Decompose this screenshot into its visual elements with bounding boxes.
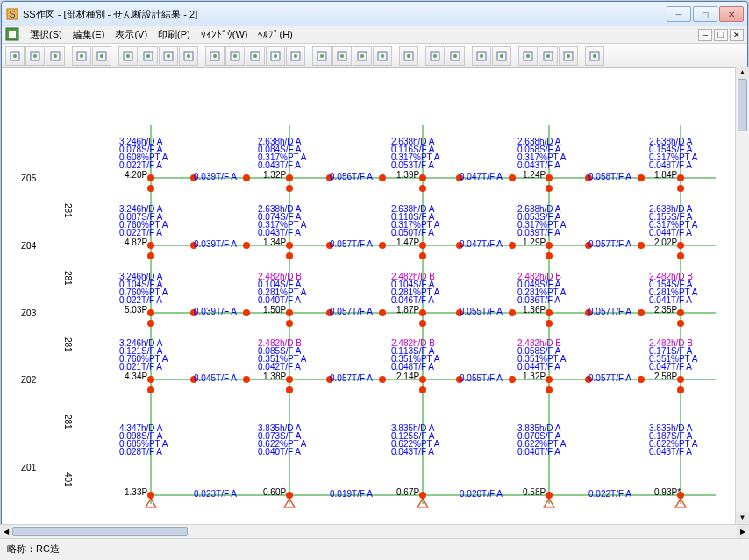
svg-point-107 (286, 320, 293, 327)
tf-value: 0.039T/F A (194, 307, 237, 317)
tf-value: 0.057T/F A (588, 307, 631, 317)
p-value: 1.32P (263, 170, 286, 181)
toolbar-a4-button[interactable] (373, 46, 392, 66)
toolbar-i1-button[interactable] (118, 46, 138, 66)
svg-point-143 (546, 492, 553, 499)
svg-point-55 (567, 54, 570, 58)
menu-p[interactable]: 印刷(P) (153, 27, 196, 41)
toolbar-i2-button[interactable] (139, 46, 158, 66)
svg-point-74 (546, 174, 553, 181)
toolbar-d1-button[interactable] (205, 46, 225, 66)
toolbar-h3-button[interactable] (559, 46, 578, 66)
svg-point-95 (677, 252, 684, 259)
toolbar-i4-button[interactable] (179, 46, 198, 66)
svg-point-31 (294, 54, 297, 58)
toolbar-z1-button[interactable] (399, 46, 418, 66)
svg-text:S: S (9, 9, 15, 19)
block-value: 0.047T/F A (649, 362, 692, 372)
toolbar-h1-button[interactable] (518, 46, 538, 66)
app-icon-small[interactable] (5, 27, 19, 43)
p-value: 0.93P* (654, 487, 681, 498)
svg-point-5 (13, 54, 17, 58)
block-value: 0.043T/F A (649, 447, 692, 457)
mdi-restore-button[interactable]: ❐ (714, 29, 728, 41)
app-icon: S (5, 7, 19, 21)
menu-s[interactable]: 選択(S) (25, 27, 68, 41)
titlebar: S SS作図 - [部材種別 - せん断設計結果 - 2] ─ ◻ ✕ (2, 2, 747, 26)
toolbar-layers2-button[interactable] (46, 46, 65, 66)
block-value: 0.043T/F A (391, 447, 434, 457)
mdi-close-button[interactable]: ✕ (730, 29, 744, 41)
statusbar: 略称：RC造 (0, 538, 749, 560)
mdi-minimize-button[interactable]: ─ (698, 29, 712, 41)
toolbar-d4-button[interactable] (266, 46, 285, 66)
svg-point-117 (379, 309, 386, 316)
svg-point-37 (360, 54, 364, 58)
tf-value: 0.057T/F A (588, 373, 631, 384)
tf-value: 0.057T/F A (588, 239, 631, 250)
tf-value: 0.045T/F A (194, 373, 237, 384)
toolbar-a3-button[interactable] (353, 46, 372, 66)
z-label: Z02 (21, 375, 36, 386)
tf-value: 0.055T/F A (460, 307, 503, 317)
svg-point-131 (677, 386, 684, 393)
svg-point-86 (147, 242, 154, 249)
toolbar-p1-button[interactable] (472, 46, 491, 66)
block-value: 0.050T/F A (391, 228, 434, 238)
toolbar-a2-button[interactable] (332, 46, 352, 66)
menubar: 選択(S)編集(E)表示(V)印刷(P)ｳｨﾝﾄﾞｳ(W)ﾍﾙﾌﾟ(H) ─ ❐… (2, 26, 747, 44)
toolbar-d2-button[interactable] (225, 46, 245, 66)
svg-point-123 (147, 386, 154, 393)
toolbar (2, 44, 747, 68)
svg-point-35 (340, 54, 344, 58)
block-value: 0.043T/F A (517, 160, 560, 171)
svg-point-13 (100, 54, 103, 58)
svg-point-83 (509, 174, 516, 181)
horizontal-scrollbar[interactable]: ◀▶ (0, 524, 749, 538)
toolbar-a1-button[interactable] (312, 46, 332, 66)
toolbar-d5-button[interactable] (286, 46, 305, 66)
toolbar-fwd-button[interactable] (92, 46, 111, 66)
maximize-button[interactable]: ◻ (693, 6, 717, 22)
z-label: Z04 (21, 241, 36, 252)
svg-point-110 (546, 309, 553, 316)
svg-point-97 (243, 242, 250, 249)
p-value: 2.58P (654, 372, 677, 382)
menu-e[interactable]: 編集(E) (68, 27, 111, 41)
toolbar-p2-button[interactable] (492, 46, 511, 66)
svg-point-141 (286, 492, 293, 499)
svg-point-92 (546, 242, 553, 249)
svg-point-76 (677, 174, 684, 181)
menu-v[interactable]: 表示(V) (110, 27, 153, 41)
tf-value: 0.022T/F A (588, 489, 631, 500)
toolbar-z3-button[interactable] (446, 46, 465, 66)
block-value: 0.036T/F A (517, 295, 560, 306)
svg-point-72 (419, 174, 426, 181)
row-dimension: 281 (63, 337, 73, 352)
menu-h[interactable]: ﾍﾙﾌﾟ(H) (253, 27, 297, 41)
svg-point-111 (546, 320, 553, 327)
toolbar-d3-button[interactable] (246, 46, 265, 66)
toolbar-back-button[interactable] (72, 46, 91, 66)
vertical-scrollbar[interactable]: ▲▼ (735, 67, 749, 524)
close-button[interactable]: ✕ (719, 6, 744, 22)
toolbar-i3-button[interactable] (159, 46, 178, 66)
minimize-button[interactable]: ─ (667, 6, 691, 22)
p-value: 2.14P (396, 372, 419, 382)
svg-point-70 (286, 174, 293, 181)
svg-point-57 (593, 54, 596, 58)
toolbar-grid-button[interactable] (5, 46, 25, 66)
tf-value: 0.039T/F A (194, 239, 237, 250)
toolbar-q-button[interactable] (585, 46, 604, 66)
p-value: 1.38P (263, 372, 286, 382)
svg-point-21 (187, 54, 190, 58)
svg-point-108 (419, 309, 426, 316)
svg-point-77 (677, 185, 684, 192)
menu-w[interactable]: ｳｨﾝﾄﾞｳ(W) (196, 27, 253, 41)
toolbar-h2-button[interactable] (539, 46, 558, 66)
p-value: 2.35P (654, 305, 677, 315)
toolbar-layers-button[interactable] (25, 46, 45, 66)
toolbar-z2-button[interactable] (425, 46, 445, 66)
p-value: 1.50P (263, 305, 286, 315)
svg-point-69 (147, 185, 154, 192)
